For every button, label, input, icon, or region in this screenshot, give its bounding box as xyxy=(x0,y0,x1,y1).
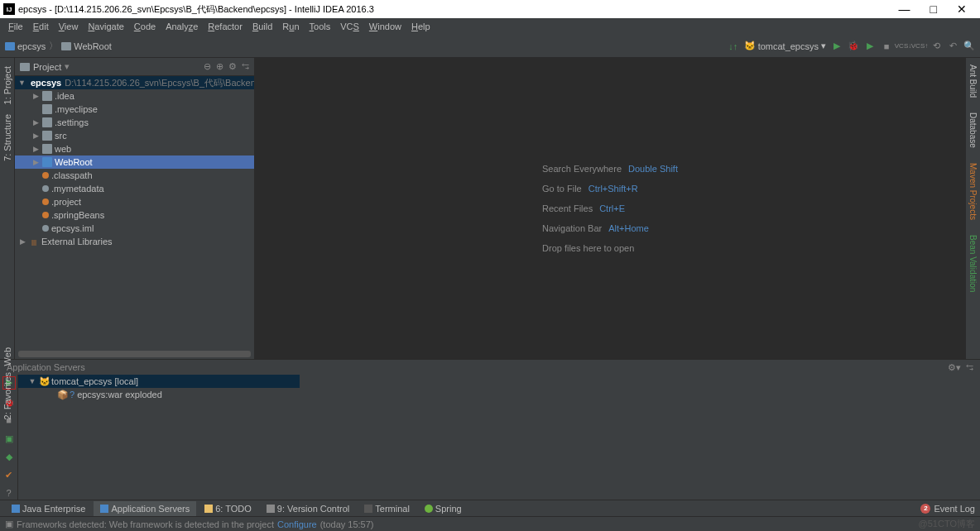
expand-arrow-icon[interactable]: ▼ xyxy=(28,377,36,385)
tool-maven-tab[interactable]: Maven Projects xyxy=(968,160,978,223)
tree-item-project[interactable]: .project xyxy=(15,195,254,208)
tree-root[interactable]: ▼ epcsys D:\114.215.206.26_svn\Epcsys\B_… xyxy=(15,76,254,89)
stop-button[interactable]: ■ xyxy=(881,41,892,52)
run-button[interactable]: ▶ xyxy=(831,41,843,52)
left-tool-gutter: 1: Project 7: Structure xyxy=(0,58,15,359)
tab-terminal[interactable]: Terminal xyxy=(358,501,416,516)
build-icon[interactable]: ↓↑ xyxy=(728,41,739,52)
help-icon[interactable]: ? xyxy=(3,487,15,499)
menu-build[interactable]: Build xyxy=(249,22,276,31)
gear-icon[interactable]: ⚙ xyxy=(228,61,237,72)
artifact-icon: 📦 xyxy=(57,390,67,399)
collapse-all-icon[interactable]: ⊖ xyxy=(204,61,211,72)
editor-empty-area: Search EverywhereDouble Shift Go to File… xyxy=(255,58,965,359)
folder-icon xyxy=(61,42,71,50)
vcs-icon xyxy=(267,505,275,513)
tree-item-springbeans[interactable]: .springBeans xyxy=(15,208,254,222)
close-button[interactable]: ✕ xyxy=(957,2,967,16)
run-configuration-dropdown[interactable]: 🐱 tomcat_epcsys ▾ xyxy=(744,41,826,52)
coverage-button[interactable]: ▶ xyxy=(864,41,876,52)
menu-tools[interactable]: Tools xyxy=(306,22,334,31)
menu-vcs[interactable]: VCS xyxy=(337,22,363,31)
tree-item-iml[interactable]: epcsys.iml xyxy=(15,222,254,235)
breadcrumb-root[interactable]: epcsys xyxy=(5,41,46,51)
menu-window[interactable]: Window xyxy=(366,22,405,31)
hide-panel-icon[interactable]: ⥃ xyxy=(242,61,249,72)
maximize-button[interactable]: □ xyxy=(930,2,937,16)
tree-item-web[interactable]: ▶web xyxy=(15,142,254,155)
file-icon xyxy=(42,172,49,179)
tree-item-mymetadata[interactable]: .mymetadata xyxy=(15,182,254,195)
tool-ant-build-tab[interactable]: Ant Build xyxy=(968,61,978,101)
folder-icon xyxy=(42,104,52,114)
terminal-icon xyxy=(364,505,372,513)
menu-edit[interactable]: Edit xyxy=(30,22,52,31)
menu-code[interactable]: Code xyxy=(131,22,159,31)
breadcrumb-separator: 〉 xyxy=(49,40,58,52)
project-panel-title: Project xyxy=(33,62,61,72)
tool-project-tab[interactable]: 1: Project xyxy=(2,61,12,109)
hint-label: Navigation Bar xyxy=(542,223,602,233)
tab-java-enterprise[interactable]: Java Enterprise xyxy=(5,501,92,516)
restart-button[interactable]: ✔ xyxy=(3,469,15,481)
update-app-button[interactable]: ▣ xyxy=(3,433,15,444)
tool-bean-validation-tab[interactable]: Bean Validation xyxy=(968,232,978,295)
debug-button[interactable]: 🐞 xyxy=(848,41,859,52)
vcs-commit-icon[interactable]: VCS↑ xyxy=(914,41,925,52)
tool-database-tab[interactable]: Database xyxy=(968,109,978,151)
menu-bar: File Edit View Navigate Code Analyze Ref… xyxy=(0,18,980,35)
hint-shortcut: Ctrl+Shift+R xyxy=(588,184,638,194)
menu-file[interactable]: File xyxy=(5,22,26,31)
menu-refactor[interactable]: Refactor xyxy=(204,22,246,31)
tree-item-webroot[interactable]: ▶WebRoot xyxy=(15,155,254,169)
search-everywhere-icon[interactable]: 🔍 xyxy=(963,41,975,52)
tree-external-libraries[interactable]: ▶|||External Libraries xyxy=(15,235,254,248)
menu-run[interactable]: Run xyxy=(279,22,302,31)
servers-icon xyxy=(100,505,108,513)
history-icon[interactable]: ⟲ xyxy=(930,41,942,52)
status-configure-link[interactable]: Configure xyxy=(277,519,317,529)
application-servers-title: Application Servers xyxy=(7,362,85,372)
event-log-button[interactable]: 2 Event Log xyxy=(920,504,975,514)
server-node[interactable]: ▼ 🐱 tomcat_epcsys [local] xyxy=(18,375,300,388)
tool-favorites-tab[interactable]: 2: Favorites xyxy=(2,372,12,419)
tab-application-servers[interactable]: Application Servers xyxy=(94,501,196,516)
menu-navigate[interactable]: Navigate xyxy=(84,22,127,31)
view-mode-dropdown[interactable]: ▾ xyxy=(65,61,70,72)
event-count-badge: 2 xyxy=(920,504,930,514)
breadcrumb-webroot[interactable]: WebRoot xyxy=(61,41,112,51)
artifact-node[interactable]: 📦 ? epcsys:war exploded xyxy=(18,388,980,401)
tree-item-myeclipse[interactable]: .myeclipse xyxy=(15,103,254,116)
tool-structure-tab[interactable]: 7: Structure xyxy=(2,109,12,166)
artifacts-button[interactable]: ◆ xyxy=(3,451,15,462)
folder-icon xyxy=(42,131,52,141)
chevron-down-icon: ▾ xyxy=(821,41,826,51)
tree-item-settings[interactable]: ▶.settings xyxy=(15,116,254,129)
spring-icon xyxy=(425,505,433,513)
gear-icon[interactable]: ⚙▾ xyxy=(948,362,961,373)
tab-spring[interactable]: Spring xyxy=(418,501,468,516)
menu-view[interactable]: View xyxy=(55,22,82,31)
folder-icon xyxy=(42,144,52,154)
horizontal-scrollbar[interactable] xyxy=(18,351,251,357)
window-title: epcsys - [D:\114.215.206.26_svn\Epcsys\B… xyxy=(18,3,374,16)
tree-item-idea[interactable]: ▶.idea xyxy=(15,89,254,103)
module-icon xyxy=(5,42,15,50)
tree-item-src[interactable]: ▶src xyxy=(15,129,254,142)
hide-panel-icon[interactable]: ⥃ xyxy=(966,362,973,373)
expand-arrow-icon[interactable]: ▼ xyxy=(18,79,26,87)
revert-icon[interactable]: ↶ xyxy=(947,41,958,52)
libraries-icon: ||| xyxy=(29,237,39,246)
menu-help[interactable]: Help xyxy=(408,22,434,31)
webroot-icon xyxy=(42,157,52,167)
tab-version-control[interactable]: 9: Version Control xyxy=(260,501,356,516)
tree-item-classpath[interactable]: .classpath xyxy=(15,169,254,182)
scroll-from-source-icon[interactable]: ⊕ xyxy=(216,61,223,72)
hint-label: Recent Files xyxy=(542,203,593,213)
vcs-update-icon[interactable]: VCS↓ xyxy=(897,41,909,52)
tab-todo[interactable]: 6: TODO xyxy=(198,501,258,516)
menu-analyze[interactable]: Analyze xyxy=(162,22,201,31)
minimize-button[interactable]: — xyxy=(899,2,910,16)
hint-label: Search Everywhere xyxy=(542,164,622,174)
tool-web-tab[interactable]: Web xyxy=(2,347,12,366)
